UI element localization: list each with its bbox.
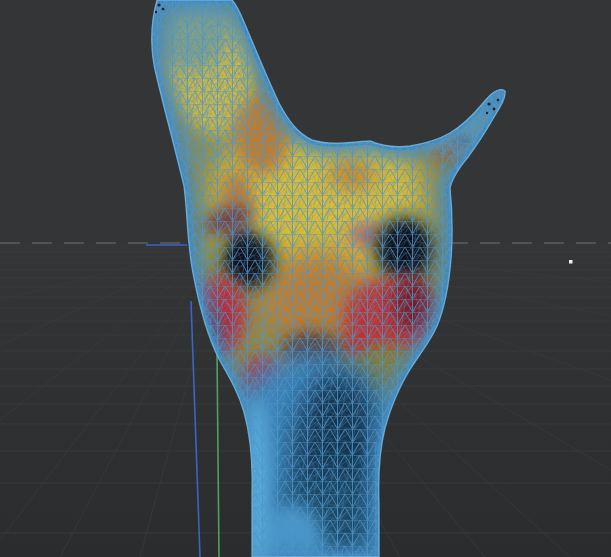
viewport-3d[interactable] xyxy=(0,0,611,557)
origin-dot xyxy=(569,260,573,264)
